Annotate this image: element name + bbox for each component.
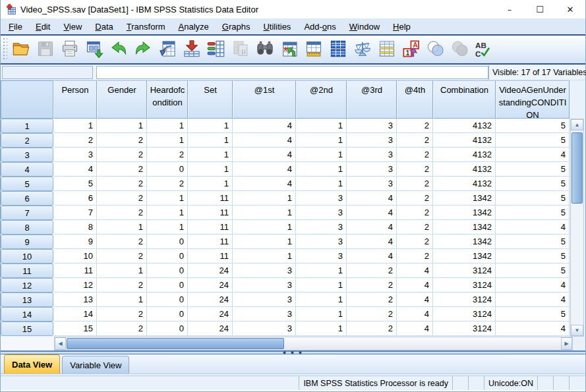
cell[interactable]: 2 [397, 162, 433, 177]
cell[interactable]: 4 [397, 293, 433, 307]
cell[interactable]: 1 [296, 293, 347, 307]
cell[interactable]: 3 [347, 148, 397, 162]
cell[interactable]: 0 [147, 162, 188, 177]
cell[interactable]: 1 [233, 235, 296, 249]
cell[interactable]: 2 [97, 148, 147, 162]
cell[interactable]: 4 [347, 235, 397, 249]
cell[interactable]: 5 [496, 119, 570, 133]
value-labels-button[interactable]: A1 [399, 38, 423, 61]
cell[interactable]: 2 [397, 249, 433, 264]
cell[interactable]: 5 [53, 177, 97, 191]
tab-data-view[interactable]: Data View [4, 354, 60, 374]
cell[interactable]: 11 [53, 264, 97, 278]
horizontal-scroll-thumb[interactable] [67, 338, 284, 349]
cell[interactable]: 1 [296, 148, 347, 162]
cell[interactable]: 3 [233, 307, 296, 322]
cell[interactable]: 3 [233, 278, 296, 293]
cell[interactable]: 1 [296, 119, 347, 133]
cell[interactable]: 1 [147, 220, 188, 235]
cell[interactable]: 1 [296, 162, 347, 177]
row-header-6[interactable]: 6 [1, 191, 53, 206]
cell[interactable]: 24 [188, 307, 233, 322]
menu-file[interactable]: File [2, 20, 29, 34]
cell[interactable]: 3 [296, 191, 347, 206]
goto-variable-button[interactable] [179, 38, 204, 61]
cell[interactable]: 11 [188, 206, 233, 220]
cell[interactable]: 1342 [433, 206, 496, 220]
cell[interactable]: 2 [347, 293, 397, 307]
cell[interactable]: 1 [147, 133, 188, 148]
cell[interactable]: 0 [147, 278, 188, 293]
cell[interactable]: 3124 [433, 278, 496, 293]
cell[interactable]: 1342 [433, 249, 496, 264]
tab-variable-view[interactable]: Variable View [62, 356, 129, 374]
cell[interactable]: 1 [53, 119, 97, 133]
cell[interactable]: 0 [147, 235, 188, 249]
cell[interactable]: 3 [347, 133, 397, 148]
menu-help[interactable]: Help [386, 20, 417, 34]
find-button[interactable] [252, 38, 277, 61]
cell[interactable]: 1 [296, 177, 347, 191]
cell[interactable]: 2 [397, 177, 433, 191]
recall-dialogs-button[interactable] [82, 38, 106, 61]
vertical-scroll-track[interactable] [571, 130, 583, 325]
row-header-12[interactable]: 12 [1, 278, 53, 293]
cell[interactable]: 2 [53, 133, 97, 148]
cell[interactable]: 3 [296, 206, 347, 220]
column-header-gender[interactable]: Gender [97, 80, 147, 119]
cell[interactable]: 1 [296, 307, 347, 322]
cell[interactable]: 1 [296, 133, 347, 148]
cell[interactable]: 1 [296, 322, 347, 336]
cell[interactable]: 9 [53, 235, 97, 249]
use-variable-sets-button[interactable] [423, 38, 448, 61]
cell[interactable]: 24 [188, 293, 233, 307]
horizontal-scrollbar[interactable]: ◀ ▶ [54, 337, 573, 350]
cell[interactable]: 1 [233, 191, 296, 206]
cell[interactable]: 3 [347, 162, 397, 177]
cell[interactable]: 4 [233, 162, 296, 177]
cell[interactable]: 4 [233, 148, 296, 162]
cell[interactable]: 4 [347, 249, 397, 264]
cell[interactable]: 3 [296, 220, 347, 235]
cell[interactable]: 2 [347, 264, 397, 278]
menu-analyze[interactable]: Analyze [172, 20, 216, 34]
cell[interactable]: 10 [53, 249, 97, 264]
column-header-videoagenunderstandingcondition[interactable]: VideoAGenUnderstandingCONDITION [496, 80, 570, 119]
cell[interactable]: 11 [188, 249, 233, 264]
insert-cases-button[interactable] [277, 38, 301, 61]
cell[interactable]: 0 [147, 249, 188, 264]
vertical-scroll-thumb[interactable] [571, 132, 583, 204]
column-header-combination[interactable]: Combination [433, 80, 496, 119]
menu-addons[interactable]: Add-ons [297, 20, 342, 34]
cell[interactable]: 1 [147, 119, 188, 133]
row-header-9[interactable]: 9 [1, 235, 53, 249]
cell[interactable]: 24 [188, 264, 233, 278]
cell[interactable]: 5 [496, 162, 570, 177]
cell[interactable]: 24 [188, 322, 233, 336]
cell[interactable]: 11 [188, 191, 233, 206]
cell[interactable]: 4 [233, 119, 296, 133]
split-file-button[interactable] [326, 38, 350, 61]
menu-window[interactable]: Window [343, 20, 386, 34]
row-header-11[interactable]: 11 [1, 264, 53, 278]
cell[interactable]: 1 [147, 191, 188, 206]
cell[interactable]: 3 [296, 235, 347, 249]
select-cases-button[interactable] [374, 38, 399, 61]
row-header-8[interactable]: 8 [1, 220, 53, 235]
cell[interactable]: 5 [496, 177, 570, 191]
goto-case-button[interactable] [155, 38, 179, 61]
column-header-set[interactable]: Set [188, 80, 233, 119]
cell[interactable]: 3124 [433, 293, 496, 307]
cell[interactable]: 1 [97, 264, 147, 278]
cell[interactable]: 1 [296, 278, 347, 293]
cell[interactable]: 4 [496, 293, 570, 307]
cell[interactable]: 1 [147, 206, 188, 220]
toolbar-gripper[interactable] [3, 38, 7, 61]
cell[interactable]: 2 [147, 177, 188, 191]
cell[interactable]: 4 [53, 162, 97, 177]
cell[interactable]: 12 [53, 278, 97, 293]
cell[interactable]: 4 [397, 264, 433, 278]
cell[interactable]: 2 [97, 249, 147, 264]
cell[interactable]: 5 [496, 264, 570, 278]
maximize-button[interactable]: ☐ [525, 0, 555, 18]
